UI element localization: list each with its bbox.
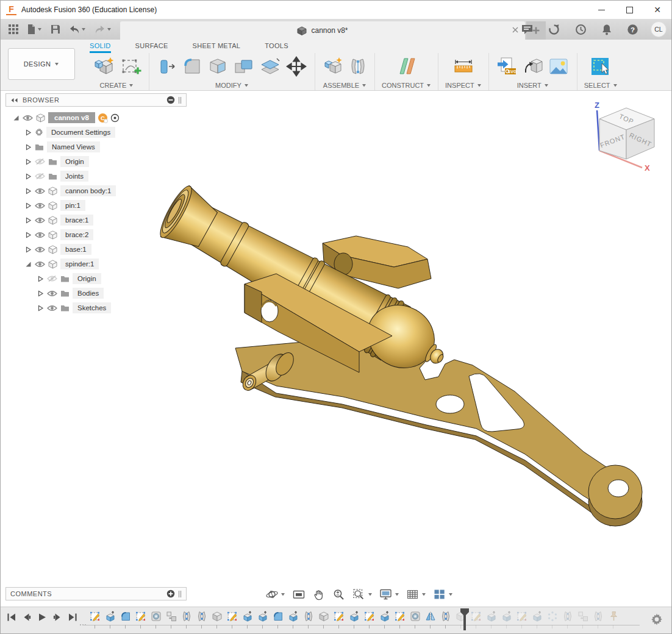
expand-caret-icon[interactable]	[25, 158, 32, 165]
visibility-eye-icon[interactable]	[23, 115, 33, 121]
visibility-eye-icon[interactable]	[35, 246, 45, 253]
timeline-settings-gear-icon[interactable]	[651, 613, 663, 625]
item-label[interactable]: Bodies	[73, 288, 104, 299]
joint-button[interactable]	[347, 56, 368, 77]
expand-caret-icon[interactable]	[25, 261, 32, 268]
expand-caret-icon[interactable]	[37, 290, 44, 297]
fillet-feature[interactable]	[270, 610, 285, 630]
hole-feature[interactable]	[148, 610, 163, 630]
item-label[interactable]: Origin	[60, 156, 89, 167]
extensions-button[interactable]	[545, 21, 563, 38]
joint-feature[interactable]	[194, 610, 209, 630]
timeline-playhead[interactable]	[459, 608, 470, 633]
minimize-button[interactable]	[587, 1, 615, 19]
app-grid-button[interactable]	[5, 22, 21, 37]
visibility-eye-icon[interactable]	[35, 188, 45, 194]
new-component-button[interactable]	[322, 56, 344, 77]
browser-item-spinder-1[interactable]: spinder:1	[5, 257, 187, 271]
browser-item-document-settings[interactable]: Document Settings	[5, 125, 187, 140]
step-forward-button[interactable]	[52, 613, 62, 622]
item-label[interactable]: base:1	[60, 244, 91, 255]
browser-item-brace-2[interactable]: brace:2	[5, 227, 187, 242]
panel-grip-icon[interactable]	[178, 590, 182, 598]
comments-button[interactable]	[518, 22, 536, 37]
visibility-eye-icon[interactable]	[35, 173, 45, 180]
fillet-feature[interactable]	[118, 610, 133, 630]
extrude-feature-suppressed[interactable]	[529, 610, 545, 630]
visibility-eye-icon[interactable]	[47, 275, 57, 282]
canvas-button[interactable]	[547, 56, 570, 77]
joint-feature-suppressed[interactable]	[590, 610, 606, 630]
item-label[interactable]: Document Settings	[46, 127, 115, 138]
extrude-feature[interactable]	[346, 610, 362, 630]
go-to-end-button[interactable]	[68, 613, 77, 622]
browser-item-named-views[interactable]: Named Views	[5, 140, 187, 154]
pin-feature-suppressed[interactable]	[606, 610, 621, 630]
extrude-feature[interactable]	[102, 610, 118, 630]
pan-button[interactable]	[310, 587, 328, 602]
item-label[interactable]: brace:2	[60, 229, 93, 240]
browser-item-sketches[interactable]: Sketches	[5, 301, 187, 315]
expand-caret-icon[interactable]	[25, 246, 32, 253]
extrude-feature[interactable]	[240, 610, 255, 630]
select-button[interactable]	[589, 55, 612, 77]
redo-button[interactable]	[91, 23, 115, 37]
look-at-button[interactable]	[290, 587, 308, 602]
visibility-eye-icon[interactable]	[35, 158, 45, 165]
panel-grip-icon[interactable]	[178, 96, 182, 104]
fit-button[interactable]	[350, 587, 375, 602]
browser-item-cannon-body-1[interactable]: cannon body:1	[5, 183, 187, 198]
group-label-create[interactable]: CREATE	[100, 82, 134, 89]
go-to-start-button[interactable]	[7, 613, 16, 622]
browser-item-origin[interactable]: Origin	[5, 271, 187, 286]
sketch-feature[interactable]	[392, 610, 407, 630]
joint-feature[interactable]	[301, 610, 316, 630]
expand-caret-icon[interactable]	[25, 232, 32, 238]
modeling-canvas[interactable]: BROWSER cannon v8 C Document SettingsNam…	[1, 91, 671, 608]
item-label[interactable]: spinder:1	[60, 258, 99, 269]
expand-caret-icon[interactable]	[25, 188, 32, 194]
group-label-modify[interactable]: MODIFY	[215, 82, 249, 89]
derive-button[interactable]	[522, 56, 544, 77]
body-feature[interactable]	[209, 610, 224, 630]
sketch-feature[interactable]	[362, 610, 377, 630]
browser-item-pin-1[interactable]: pin:1	[5, 198, 187, 213]
visibility-eye-icon[interactable]	[35, 261, 45, 268]
extrude-feature[interactable]	[255, 610, 270, 630]
extrude-feature[interactable]	[377, 610, 392, 630]
mirror-feature[interactable]	[423, 610, 438, 630]
browser-item-joints[interactable]: Joints	[5, 169, 187, 183]
joint-feature-suppressed[interactable]	[560, 610, 575, 630]
chevron-down-icon[interactable]	[37, 27, 42, 31]
grid-display-button[interactable]	[404, 587, 429, 602]
root-component-label[interactable]: cannon v8	[48, 112, 95, 123]
viewports-button[interactable]	[431, 587, 456, 602]
item-label[interactable]: Joints	[60, 171, 88, 182]
minimize-panel-icon[interactable]	[166, 96, 175, 104]
browser-item-base-1[interactable]: base:1	[5, 242, 187, 257]
activate-radio-icon[interactable]	[110, 113, 120, 123]
workspace-selector[interactable]: DESIGN	[8, 48, 75, 80]
sketch-feature[interactable]	[224, 610, 240, 630]
expand-caret-icon[interactable]	[25, 129, 32, 136]
measure-button[interactable]	[451, 57, 476, 76]
extrude-feature[interactable]	[285, 610, 301, 630]
extrude-feature-suppressed[interactable]	[484, 610, 499, 630]
step-back-button[interactable]	[22, 613, 32, 622]
item-label[interactable]: Sketches	[73, 302, 111, 313]
browser-root-row[interactable]: cannon v8 C	[5, 110, 187, 125]
item-label[interactable]: pin:1	[60, 200, 85, 211]
expand-caret-icon[interactable]	[37, 305, 44, 312]
joint-feature[interactable]	[438, 610, 453, 630]
user-avatar[interactable]: CL	[651, 21, 667, 37]
job-status-button[interactable]	[572, 21, 590, 38]
create-sketch-button[interactable]	[119, 56, 142, 77]
item-label[interactable]: brace:1	[60, 215, 93, 226]
sketch-feature[interactable]	[331, 610, 346, 630]
save-button[interactable]	[48, 22, 63, 37]
expand-caret-icon[interactable]	[37, 276, 44, 282]
fillet-button[interactable]	[181, 56, 203, 77]
undo-button[interactable]	[66, 23, 89, 37]
visibility-eye-icon[interactable]	[47, 290, 57, 297]
group-label-insert[interactable]: INSERT	[517, 82, 549, 89]
